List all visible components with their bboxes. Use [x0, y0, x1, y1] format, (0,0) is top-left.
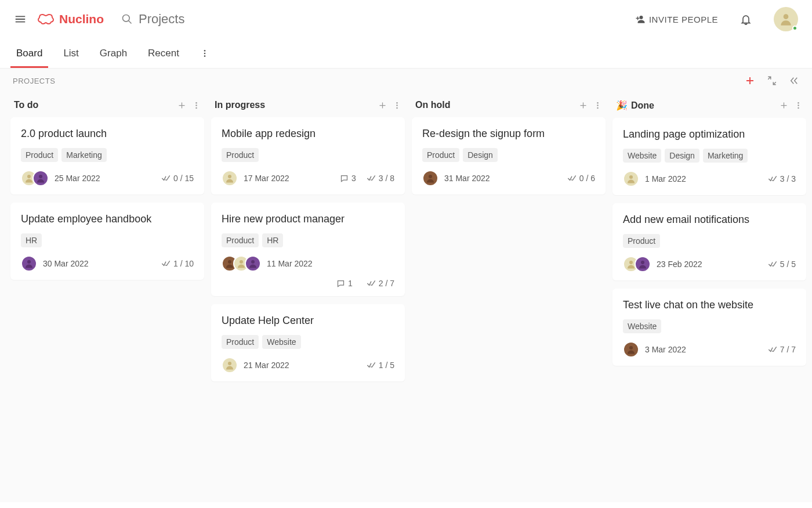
tag[interactable]: Website: [262, 335, 300, 349]
invite-people-button[interactable]: INVITE PEOPLE: [635, 14, 718, 24]
card-tags: ProductHR: [222, 233, 394, 247]
avatar[interactable]: [222, 357, 238, 373]
card[interactable]: Landing page optimizationWebsiteDesignMa…: [612, 118, 806, 195]
checklist: 7 / 7: [768, 345, 796, 354]
svg-point-19: [251, 260, 255, 264]
column-add-button[interactable]: [579, 101, 588, 110]
card[interactable]: Add new email notificationsProduct23 Feb…: [612, 203, 806, 280]
column-title[interactable]: On hold: [415, 100, 450, 110]
column-title-text: Done: [631, 100, 654, 111]
avatar[interactable]: [222, 170, 238, 186]
card[interactable]: Re-design the signup formProductDesign31…: [412, 117, 606, 194]
checklist-value: 3 / 8: [379, 174, 394, 183]
avatar[interactable]: [21, 255, 37, 272]
tag[interactable]: Design: [463, 148, 498, 162]
tag[interactable]: Website: [623, 319, 661, 333]
current-user-avatar[interactable]: [774, 7, 798, 31]
tag[interactable]: Product: [21, 148, 58, 162]
svg-point-12: [27, 260, 31, 264]
avatar[interactable]: [32, 170, 49, 186]
checklist-value: 0 / 15: [173, 174, 194, 183]
tag[interactable]: Product: [222, 233, 259, 247]
svg-line-1: [129, 21, 132, 24]
card[interactable]: Update employee handbookHR30 Mar 20221 /…: [10, 203, 204, 280]
column-title[interactable]: 🎉Done: [616, 100, 654, 111]
card-footer: 17 Mar 202233 / 8: [222, 170, 394, 186]
chevron-left-double-icon[interactable]: [789, 75, 799, 86]
card-tags: Product: [222, 148, 394, 162]
board-toolbar: PROJECTS: [0, 69, 812, 86]
invite-label: INVITE PEOPLE: [649, 15, 718, 24]
card-title: Landing page optimization: [623, 128, 796, 140]
tab-recent[interactable]: Recent: [146, 39, 182, 67]
tag[interactable]: Product: [222, 148, 259, 162]
card-footer: 11 Mar 2022: [222, 255, 394, 272]
search[interactable]: [121, 12, 313, 27]
card-date: 31 Mar 2022: [444, 174, 490, 183]
card[interactable]: 2.0 product launchProductMarketing25 Mar…: [10, 117, 204, 194]
tag[interactable]: Product: [222, 335, 259, 349]
search-input[interactable]: [139, 12, 313, 27]
svg-point-10: [27, 175, 31, 178]
svg-point-20: [228, 362, 231, 365]
svg-point-25: [798, 102, 799, 104]
card[interactable]: Hire new product managerProductHR11 Mar …: [211, 203, 405, 296]
svg-point-7: [195, 102, 197, 103]
card-footer: 21 Mar 20221 / 5: [222, 357, 394, 373]
svg-point-2: [639, 16, 643, 19]
svg-point-17: [228, 260, 231, 264]
svg-point-22: [597, 105, 599, 106]
column-more-icon[interactable]: [794, 101, 803, 110]
column-title[interactable]: In progress: [215, 100, 265, 110]
tag[interactable]: Marketing: [61, 148, 106, 162]
tag[interactable]: Product: [422, 148, 459, 162]
column-todo: To do2.0 product launchProductMarketing2…: [10, 98, 204, 288]
avatar[interactable]: [623, 341, 639, 358]
card-title: Update employee handbook: [21, 213, 194, 225]
card[interactable]: Test live chat on the websiteWebsite3 Ma…: [612, 289, 806, 366]
column-add-button[interactable]: [780, 101, 788, 110]
svg-point-9: [195, 107, 197, 109]
svg-point-31: [629, 346, 633, 350]
tabs-more-icon[interactable]: [200, 49, 209, 58]
column-more-icon[interactable]: [393, 101, 401, 110]
tag[interactable]: Design: [665, 149, 699, 163]
column-add-button[interactable]: [177, 101, 186, 110]
card[interactable]: Update Help CenterProductWebsite21 Mar 2…: [211, 304, 405, 381]
avatar[interactable]: [245, 255, 261, 272]
card-metas: 33 / 8: [340, 174, 394, 183]
add-item-button[interactable]: [745, 75, 755, 86]
avatar[interactable]: [422, 170, 438, 186]
column-title[interactable]: To do: [14, 100, 38, 110]
tab-graph[interactable]: Graph: [97, 39, 129, 67]
checklist-value: 0 / 6: [579, 174, 595, 183]
svg-point-13: [396, 102, 398, 103]
tag[interactable]: Product: [623, 234, 660, 248]
svg-point-23: [597, 107, 599, 109]
tag[interactable]: Marketing: [703, 149, 748, 163]
checklist: 3 / 3: [768, 174, 796, 183]
column-more-icon[interactable]: [593, 101, 602, 110]
card[interactable]: Mobile app redesignProduct17 Mar 202233 …: [211, 117, 405, 194]
tag[interactable]: Website: [623, 149, 661, 163]
checklist-icon: [768, 174, 777, 183]
card-footer-row2: 12 / 7: [222, 279, 394, 288]
card-date: 1 Mar 2022: [645, 174, 686, 183]
tab-board[interactable]: Board: [14, 39, 45, 67]
card-footer: 31 Mar 20220 / 6: [422, 170, 595, 186]
menu-icon[interactable]: [14, 13, 27, 26]
card-footer: 3 Mar 20227 / 7: [623, 341, 796, 358]
checklist: 5 / 5: [768, 260, 796, 269]
comments-icon: [336, 279, 345, 288]
tag[interactable]: HR: [262, 233, 283, 247]
avatar[interactable]: [635, 256, 651, 272]
tab-list[interactable]: List: [61, 39, 81, 67]
collapse-icon[interactable]: [767, 75, 777, 86]
column-add-button[interactable]: [378, 101, 387, 110]
card-date: 23 Feb 2022: [657, 260, 702, 269]
avatar[interactable]: [623, 171, 639, 187]
tag[interactable]: HR: [21, 233, 42, 247]
notifications-icon[interactable]: [740, 13, 752, 25]
app-logo[interactable]: Nuclino: [37, 12, 104, 26]
column-more-icon[interactable]: [192, 101, 201, 110]
